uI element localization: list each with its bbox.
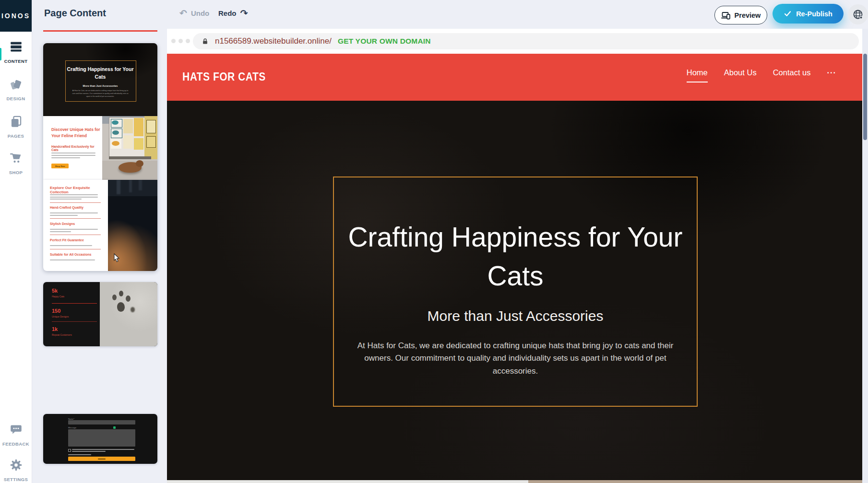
skeleton-line [50, 215, 78, 216]
thumbnail-form-section[interactable]: Name* Message [43, 414, 157, 464]
thumb-shop-now-button: Shop Now [51, 164, 69, 168]
devices-icon [721, 11, 731, 20]
skeleton-line [51, 157, 80, 158]
skeleton-line [50, 259, 95, 260]
get-domain-link[interactable]: GET YOUR OWN DOMAIN [338, 37, 431, 46]
skeleton-line [51, 153, 95, 153]
redo-label: Redo [218, 9, 237, 17]
thumb-form-message-label: Message [68, 426, 76, 429]
redo-icon: ↷ [240, 9, 248, 18]
scrollbar-thumb[interactable] [863, 54, 867, 140]
globe-button[interactable] [848, 4, 868, 24]
thumb-stats-photo [100, 282, 157, 346]
lock-icon [202, 37, 209, 46]
thumbnail-intro-section[interactable]: Discover Unique Hats for Your Feline Fri… [43, 116, 157, 180]
sidebar-item-label: CONTENT [4, 59, 28, 64]
site-nav-about[interactable]: About Us [724, 68, 757, 82]
check-icon [784, 10, 792, 18]
content-icon [10, 40, 23, 55]
thumb-form-send-button [68, 457, 135, 461]
skeleton-line [50, 231, 71, 232]
browser-dot [178, 39, 183, 43]
thumb-hero-body: At Hats for Cats, we are dedicated to cr… [71, 90, 129, 98]
url-bar[interactable]: n1566589.websitebuilder.online/ GET YOUR… [193, 33, 859, 49]
globe-icon [852, 9, 864, 20]
divider [52, 321, 97, 322]
preview-button[interactable]: Preview [714, 6, 767, 24]
sidebar-item-label: DESIGN [7, 96, 25, 101]
thumb-stat-label: Unique Designs [52, 315, 69, 318]
thumb-collection-item: Suitable for All Occasions [50, 253, 92, 256]
browser-dot [186, 39, 190, 43]
hero-subtitle[interactable]: More than Just Accessories [333, 308, 698, 324]
sidebar-item-content[interactable]: CONTENT [0, 40, 32, 64]
skeleton-line [72, 451, 106, 452]
site-nav-contact[interactable]: Contact us [773, 68, 811, 82]
skeleton-line [51, 155, 95, 156]
sidebar-item-shop[interactable]: SHOP [0, 152, 32, 175]
sidebar-item-label: SETTINGS [4, 477, 28, 482]
thumb-stat-value: 5k [52, 288, 58, 294]
skeleton-line [68, 454, 91, 455]
divider [50, 202, 101, 203]
ionos-logo[interactable]: IONOS [0, 0, 32, 32]
thumb-collection-photo [108, 180, 157, 271]
redo-button[interactable]: Redo ↷ [218, 9, 248, 18]
preview-label: Preview [735, 12, 761, 19]
skeleton-line [72, 449, 134, 450]
next-section-peek [167, 480, 862, 483]
page-title: Page Content [44, 8, 106, 19]
thumb-collection-item: Hand-Crafted Quality [50, 206, 83, 209]
browser-chrome-bar: n1566589.websitebuilder.online/ GET YOUR… [167, 29, 862, 54]
thumbnail-hero-section[interactable]: Crafting Happiness for Your Cats More th… [43, 43, 157, 116]
site-brand-logo[interactable]: HATS FOR CATS [182, 71, 266, 83]
hero-body-text[interactable]: At Hats for Cats, we are dedicated to cr… [347, 340, 683, 377]
hero-title[interactable]: Crafting Happiness for Your Cats [333, 218, 698, 295]
gear-icon [10, 459, 23, 473]
thumb-stat-label: Repeat Customers [52, 333, 72, 336]
sidebar-item-settings[interactable]: SETTINGS [0, 459, 32, 482]
app-window: IONOS CONTENT DESIGN PAGES SHOP [0, 0, 868, 483]
undo-label: Undo [191, 9, 209, 17]
thumb-hero-title: Crafting Happiness for Your Cats [64, 65, 136, 81]
design-icon [10, 78, 23, 93]
thumbnail-collection-section[interactable]: Explore Our Exquisite Collection Hand-Cr… [43, 180, 157, 271]
pages-icon [10, 115, 23, 130]
sidebar-item-feedback[interactable]: FEEDBACK [0, 423, 32, 447]
thumb-collection-item: Perfect Fit Guarantee [50, 238, 84, 242]
skeleton-line [50, 229, 98, 230]
thumb-hero-subtitle: More than Just Accessories [64, 84, 136, 87]
republish-button[interactable]: Re-Publish [773, 4, 844, 24]
sidebar-item-label: SHOP [9, 170, 23, 175]
panel-accent-divider [43, 30, 157, 32]
site-nav-more-icon[interactable]: ··· [827, 68, 836, 82]
cart-icon [10, 152, 23, 166]
thumb-intro-subheading: Handcrafted Exclusively for Cats [51, 145, 100, 152]
thumb-intro-photo [102, 116, 157, 180]
browser-dot [171, 39, 176, 43]
site-url: n1566589.websitebuilder.online/ [215, 36, 332, 46]
divider [52, 303, 97, 304]
sidebar-item-pages[interactable]: PAGES [0, 115, 32, 139]
thumb-stat-label: Happy Cats [52, 295, 64, 298]
divider [50, 235, 101, 235]
sidebar-item-label: PAGES [8, 133, 24, 139]
site-hero-section[interactable]: Crafting Happiness for Your Cats More th… [167, 101, 862, 480]
thumbnail-stats-section[interactable]: 5k Happy Cats 150 Unique Designs 1k Repe… [43, 282, 157, 346]
sidebar-item-design[interactable]: DESIGN [0, 78, 32, 101]
undo-icon: ↶ [179, 9, 187, 18]
skeleton-line [50, 197, 98, 198]
thumb-intro-heading: Discover Unique Hats for Your Feline Fri… [51, 127, 100, 139]
site-header: HATS FOR CATS Home About Us Contact us ·… [167, 54, 862, 101]
sidebar-item-label: FEEDBACK [2, 441, 29, 447]
thumb-form-message-input [68, 429, 135, 447]
undo-button[interactable]: ↶ Undo [179, 9, 209, 18]
thumb-stat-value: 150 [52, 308, 60, 314]
app-sidebar: IONOS CONTENT DESIGN PAGES SHOP [0, 0, 32, 483]
site-nav: Home About Us Contact us ··· [687, 68, 836, 82]
thumb-stat-value: 1k [52, 326, 58, 332]
thumb-form-checkbox [68, 449, 71, 452]
thumb-form-name-input [68, 420, 135, 424]
site-nav-home[interactable]: Home [687, 68, 708, 82]
thumb-collection-heading: Explore Our Exquisite Collection [50, 186, 103, 194]
